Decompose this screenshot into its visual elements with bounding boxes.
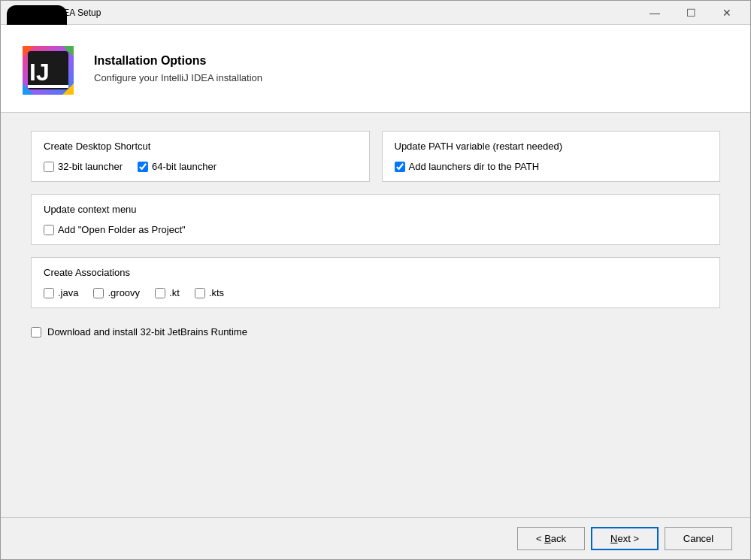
next-underline: N (610, 533, 617, 544)
checkbox-openfolder-label[interactable]: Add "Open Folder as Project" (58, 224, 186, 235)
header-subtitle: Configure your IntelliJ IDEA installatio… (94, 72, 262, 83)
back-underline: B (544, 533, 551, 544)
minimize-button[interactable]: — (637, 4, 672, 22)
desktop-shortcut-options: 32-bit launcher 64-bit launcher (44, 161, 357, 172)
checkbox-32bit[interactable]: 32-bit launcher (44, 161, 123, 172)
svg-rect-5 (28, 85, 68, 88)
checkbox-kts-label[interactable]: .kts (209, 287, 224, 298)
window-controls: — ☐ ✕ (637, 4, 744, 22)
context-menu-title: Update context menu (44, 204, 707, 215)
header-section: IJ Installation Options Configure your I… (1, 25, 750, 113)
checkbox-groovy-label[interactable]: .groovy (108, 287, 140, 298)
desktop-shortcut-box: Create Desktop Shortcut 32-bit launcher … (31, 131, 370, 182)
checkbox-kts[interactable]: .kts (195, 287, 224, 298)
options-row-1: Create Desktop Shortcut 32-bit launcher … (31, 131, 720, 182)
maximize-button[interactable]: ☐ (674, 4, 708, 22)
checkbox-32bit-input[interactable] (44, 162, 54, 172)
update-path-options: Add launchers dir to the PATH (395, 161, 708, 172)
checkbox-path-input[interactable] (395, 162, 405, 172)
update-path-box: Update PATH variable (restart needed) Ad… (382, 131, 721, 182)
checkbox-java-input[interactable] (44, 288, 54, 298)
checkbox-openfolder[interactable]: Add "Open Folder as Project" (44, 224, 186, 235)
checkbox-runtime-label[interactable]: Download and install 32-bit JetBrains Ru… (47, 326, 247, 338)
desktop-shortcut-title: Create Desktop Shortcut (44, 141, 357, 152)
associations-options: .java .groovy .kt .kts (44, 287, 707, 298)
checkbox-64bit-input[interactable] (138, 162, 148, 172)
checkbox-path-label[interactable]: Add launchers dir to the PATH (409, 161, 540, 172)
associations-title: Create Associations (44, 267, 707, 278)
runtime-checkbox-row: Download and install 32-bit JetBrains Ru… (31, 320, 720, 344)
svg-text:IJ: IJ (29, 59, 50, 86)
title-bar: IJ IntelliJ IDEA Setup — ☐ ✕ (1, 1, 750, 25)
footer: < Back Next > Cancel (1, 517, 750, 559)
checkbox-groovy-input[interactable] (93, 288, 104, 298)
context-menu-box: Update context menu Add "Open Folder as … (31, 194, 720, 245)
checkbox-kt-label[interactable]: .kt (169, 287, 180, 298)
checkbox-kts-input[interactable] (195, 288, 205, 298)
window: IJ IntelliJ IDEA Setup — ☐ ✕ (0, 0, 751, 560)
context-menu-options: Add "Open Folder as Project" (44, 224, 707, 235)
checkbox-32bit-label[interactable]: 32-bit launcher (58, 161, 123, 172)
checkbox-64bit-label[interactable]: 64-bit launcher (152, 161, 217, 172)
associations-box: Create Associations .java .groovy .kt (31, 257, 720, 308)
window-title: IntelliJ IDEA Setup (26, 8, 637, 18)
back-button[interactable]: < Back (517, 527, 585, 550)
app-icon: IJ (7, 5, 22, 20)
checkbox-path[interactable]: Add launchers dir to the PATH (395, 161, 540, 172)
update-path-title: Update PATH variable (restart needed) (395, 141, 708, 152)
header-title: Installation Options (94, 54, 262, 68)
cancel-button[interactable]: Cancel (665, 527, 732, 550)
next-button[interactable]: Next > (591, 527, 659, 550)
options-row-2: Update context menu Add "Open Folder as … (31, 194, 720, 245)
checkbox-kt-input[interactable] (155, 288, 165, 298)
checkbox-64bit[interactable]: 64-bit launcher (138, 161, 217, 172)
checkbox-openfolder-input[interactable] (44, 225, 54, 235)
checkbox-kt[interactable]: .kt (155, 287, 180, 298)
checkbox-runtime-input[interactable] (31, 327, 41, 338)
logo: IJ (19, 38, 79, 98)
close-button[interactable]: ✕ (710, 4, 744, 22)
main-content: Create Desktop Shortcut 32-bit launcher … (1, 113, 750, 517)
header-text: Installation Options Configure your Inte… (94, 54, 262, 83)
checkbox-groovy[interactable]: .groovy (93, 287, 140, 298)
checkbox-java[interactable]: .java (44, 287, 78, 298)
checkbox-java-label[interactable]: .java (58, 287, 78, 298)
options-row-3: Create Associations .java .groovy .kt (31, 257, 720, 308)
